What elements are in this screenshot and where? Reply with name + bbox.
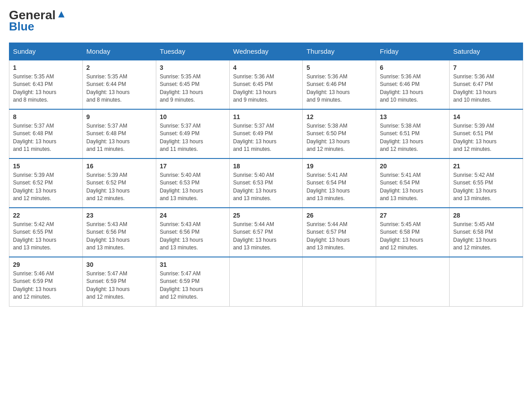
calendar-cell: 26 Sunrise: 5:44 AMSunset: 6:57 PMDaylig… — [303, 208, 376, 257]
day-info: Sunrise: 5:44 AMSunset: 6:57 PMDaylight:… — [306, 221, 372, 252]
day-info: Sunrise: 5:41 AMSunset: 6:54 PMDaylight:… — [306, 171, 372, 203]
day-number: 24 — [160, 212, 226, 219]
calendar-cell — [376, 257, 450, 306]
day-number: 30 — [86, 261, 152, 268]
day-info: Sunrise: 5:39 AMSunset: 6:51 PMDaylight:… — [453, 122, 519, 154]
calendar-cell: 30 Sunrise: 5:47 AMSunset: 6:59 PMDaylig… — [82, 257, 156, 306]
calendar-cell: 19 Sunrise: 5:41 AMSunset: 6:54 PMDaylig… — [303, 158, 376, 208]
calendar-cell: 9 Sunrise: 5:37 AMSunset: 6:48 PMDayligh… — [82, 109, 156, 158]
day-info: Sunrise: 5:38 AMSunset: 6:51 PMDaylight:… — [380, 122, 446, 154]
day-info: Sunrise: 5:40 AMSunset: 6:53 PMDaylight:… — [160, 171, 226, 203]
day-info: Sunrise: 5:36 AMSunset: 6:46 PMDaylight:… — [380, 73, 446, 104]
day-number: 16 — [86, 163, 152, 170]
calendar-cell: 14 Sunrise: 5:39 AMSunset: 6:51 PMDaylig… — [450, 109, 523, 158]
day-number: 5 — [306, 64, 372, 71]
day-info: Sunrise: 5:35 AMSunset: 6:45 PMDaylight:… — [160, 73, 226, 104]
calendar-cell: 20 Sunrise: 5:41 AMSunset: 6:54 PMDaylig… — [376, 158, 450, 208]
day-info: Sunrise: 5:37 AMSunset: 6:49 PMDaylight:… — [233, 122, 299, 154]
calendar-cell: 13 Sunrise: 5:38 AMSunset: 6:51 PMDaylig… — [376, 109, 450, 158]
calendar-cell: 17 Sunrise: 5:40 AMSunset: 6:53 PMDaylig… — [156, 158, 229, 208]
calendar-cell — [450, 257, 523, 306]
day-info: Sunrise: 5:36 AMSunset: 6:46 PMDaylight:… — [306, 73, 372, 104]
day-info: Sunrise: 5:41 AMSunset: 6:54 PMDaylight:… — [380, 171, 446, 203]
calendar-cell: 8 Sunrise: 5:37 AMSunset: 6:48 PMDayligh… — [9, 109, 83, 158]
calendar-cell: 23 Sunrise: 5:43 AMSunset: 6:56 PMDaylig… — [82, 208, 156, 257]
logo-triangle-icon — [56, 9, 66, 19]
day-number: 10 — [160, 113, 226, 120]
calendar-cell: 2 Sunrise: 5:35 AMSunset: 6:44 PMDayligh… — [82, 60, 156, 109]
day-info: Sunrise: 5:40 AMSunset: 6:53 PMDaylight:… — [233, 171, 299, 203]
week-row-5: 29 Sunrise: 5:46 AMSunset: 6:59 PMDaylig… — [9, 257, 523, 306]
calendar-cell: 21 Sunrise: 5:42 AMSunset: 6:55 PMDaylig… — [450, 158, 523, 208]
day-number: 17 — [160, 163, 226, 170]
day-number: 20 — [380, 163, 446, 170]
day-info: Sunrise: 5:47 AMSunset: 6:59 PMDaylight:… — [86, 270, 152, 301]
day-number: 27 — [380, 212, 446, 219]
day-info: Sunrise: 5:35 AMSunset: 6:44 PMDaylight:… — [86, 73, 152, 104]
day-number: 18 — [233, 163, 299, 170]
day-number: 22 — [13, 212, 79, 219]
svg-marker-0 — [58, 11, 64, 17]
day-number: 12 — [306, 113, 372, 120]
day-number: 9 — [86, 113, 152, 120]
header-day-friday: Friday — [376, 43, 450, 60]
calendar-cell — [303, 257, 376, 306]
calendar-cell: 4 Sunrise: 5:36 AMSunset: 6:45 PMDayligh… — [229, 60, 303, 109]
calendar-cell: 16 Sunrise: 5:39 AMSunset: 6:52 PMDaylig… — [82, 158, 156, 208]
calendar-cell: 15 Sunrise: 5:39 AMSunset: 6:52 PMDaylig… — [9, 158, 83, 208]
week-row-1: 1 Sunrise: 5:35 AMSunset: 6:43 PMDayligh… — [9, 60, 523, 109]
day-number: 21 — [453, 163, 519, 170]
calendar-cell: 24 Sunrise: 5:43 AMSunset: 6:56 PMDaylig… — [156, 208, 229, 257]
day-number: 29 — [13, 261, 79, 268]
day-number: 3 — [160, 64, 226, 71]
header-day-tuesday: Tuesday — [156, 43, 229, 60]
calendar-cell: 28 Sunrise: 5:45 AMSunset: 6:58 PMDaylig… — [450, 208, 523, 257]
day-info: Sunrise: 5:36 AMSunset: 6:45 PMDaylight:… — [233, 73, 299, 104]
header-day-monday: Monday — [82, 43, 156, 60]
day-info: Sunrise: 5:46 AMSunset: 6:59 PMDaylight:… — [13, 270, 79, 301]
day-number: 26 — [306, 212, 372, 219]
day-info: Sunrise: 5:36 AMSunset: 6:47 PMDaylight:… — [453, 73, 519, 104]
day-info: Sunrise: 5:43 AMSunset: 6:56 PMDaylight:… — [86, 221, 152, 252]
calendar-cell: 22 Sunrise: 5:42 AMSunset: 6:55 PMDaylig… — [9, 208, 83, 257]
calendar-cell: 12 Sunrise: 5:38 AMSunset: 6:50 PMDaylig… — [303, 109, 376, 158]
day-info: Sunrise: 5:37 AMSunset: 6:48 PMDaylight:… — [86, 122, 152, 154]
day-info: Sunrise: 5:39 AMSunset: 6:52 PMDaylight:… — [13, 171, 79, 203]
day-number: 6 — [380, 64, 446, 71]
day-number: 7 — [453, 64, 519, 71]
day-number: 1 — [13, 64, 79, 71]
header-day-saturday: Saturday — [450, 43, 523, 60]
day-info: Sunrise: 5:38 AMSunset: 6:50 PMDaylight:… — [306, 122, 372, 154]
day-info: Sunrise: 5:37 AMSunset: 6:48 PMDaylight:… — [13, 122, 79, 154]
day-number: 23 — [86, 212, 152, 219]
calendar-cell — [229, 257, 303, 306]
page-header: General Blue — [9, 9, 523, 34]
day-info: Sunrise: 5:42 AMSunset: 6:55 PMDaylight:… — [453, 171, 519, 203]
day-number: 8 — [13, 113, 79, 120]
logo-blue: Blue — [9, 20, 34, 34]
day-number: 11 — [233, 113, 299, 120]
day-info: Sunrise: 5:45 AMSunset: 6:58 PMDaylight:… — [453, 221, 519, 252]
week-row-2: 8 Sunrise: 5:37 AMSunset: 6:48 PMDayligh… — [9, 109, 523, 158]
calendar-cell: 7 Sunrise: 5:36 AMSunset: 6:47 PMDayligh… — [450, 60, 523, 109]
day-info: Sunrise: 5:35 AMSunset: 6:43 PMDaylight:… — [13, 73, 79, 104]
day-number: 13 — [380, 113, 446, 120]
day-number: 15 — [13, 163, 79, 170]
logo: General Blue — [9, 9, 66, 34]
calendar-cell: 11 Sunrise: 5:37 AMSunset: 6:49 PMDaylig… — [229, 109, 303, 158]
calendar-table: SundayMondayTuesdayWednesdayThursdayFrid… — [9, 43, 523, 307]
calendar-cell: 10 Sunrise: 5:37 AMSunset: 6:49 PMDaylig… — [156, 109, 229, 158]
day-number: 14 — [453, 113, 519, 120]
calendar-cell: 18 Sunrise: 5:40 AMSunset: 6:53 PMDaylig… — [229, 158, 303, 208]
calendar-cell: 27 Sunrise: 5:45 AMSunset: 6:58 PMDaylig… — [376, 208, 450, 257]
header-day-thursday: Thursday — [303, 43, 376, 60]
day-number: 25 — [233, 212, 299, 219]
day-number: 19 — [306, 163, 372, 170]
day-info: Sunrise: 5:45 AMSunset: 6:58 PMDaylight:… — [380, 221, 446, 252]
day-info: Sunrise: 5:47 AMSunset: 6:59 PMDaylight:… — [160, 270, 226, 301]
calendar-cell: 29 Sunrise: 5:46 AMSunset: 6:59 PMDaylig… — [9, 257, 83, 306]
header-day-wednesday: Wednesday — [229, 43, 303, 60]
day-info: Sunrise: 5:44 AMSunset: 6:57 PMDaylight:… — [233, 221, 299, 252]
day-info: Sunrise: 5:43 AMSunset: 6:56 PMDaylight:… — [160, 221, 226, 252]
day-info: Sunrise: 5:37 AMSunset: 6:49 PMDaylight:… — [160, 122, 226, 154]
